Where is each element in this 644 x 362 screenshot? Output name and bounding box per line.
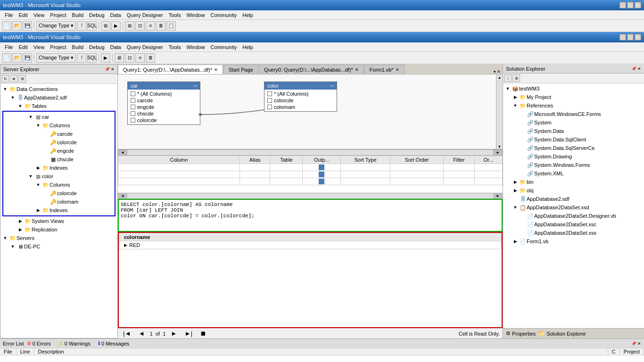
tree-ref-system-drawing[interactable]: 🔗 System.Drawing xyxy=(504,152,643,161)
servers-toggle[interactable]: ▼ xyxy=(1,234,9,242)
grid-r3-output-check[interactable] xyxy=(319,179,324,184)
color-row-all[interactable]: * (All Columns) xyxy=(264,90,337,97)
color-cb-all[interactable] xyxy=(267,91,272,96)
tree-carcde[interactable]: 🔑 carcde xyxy=(4,130,114,138)
menu-help[interactable]: Help xyxy=(239,11,256,19)
tree-ref-system-data-sql[interactable]: 🔗 System.Data.SqlClient xyxy=(504,135,643,144)
restore-btn[interactable]: □ xyxy=(627,2,634,8)
tree-appdb2[interactable]: ▼ 🗄 AppDatabase2.sdf xyxy=(1,93,116,102)
inner-menu-build[interactable]: Build xyxy=(69,43,86,51)
se-tb-connect[interactable]: ⊕ xyxy=(10,75,17,82)
menu-debug[interactable]: Debug xyxy=(86,11,107,19)
tree-servers[interactable]: ▼ 📁 Servers xyxy=(1,234,116,242)
properties-tab[interactable]: ⚙ Properties xyxy=(506,330,536,337)
color-row-colornam[interactable]: colornam xyxy=(264,104,337,110)
grid-r3-output[interactable] xyxy=(303,178,341,185)
inner-menu-tools[interactable]: Tools xyxy=(166,43,184,51)
se-tb-props[interactable]: ⚙ xyxy=(18,75,26,82)
car-row-engcde[interactable]: engcde xyxy=(128,104,200,110)
color-cb-colornam[interactable] xyxy=(267,105,272,109)
grid-r1-column-input[interactable] xyxy=(120,165,238,170)
inner-menu-data[interactable]: Data xyxy=(107,43,124,51)
grid-r2-filter[interactable] xyxy=(444,171,475,178)
change-type-btn[interactable]: Change Type ▾ xyxy=(36,21,76,31)
grid-r1-sort[interactable] xyxy=(341,164,390,171)
grid-r1-column[interactable] xyxy=(118,164,240,171)
grid-r3-sort[interactable] xyxy=(341,178,390,185)
menu-build[interactable]: Build xyxy=(69,11,86,19)
color-toggle[interactable]: ▼ xyxy=(27,173,34,180)
tree-sol-testwm3[interactable]: ▼ 📦 testWM3 xyxy=(504,84,643,93)
grid-r1-alias[interactable] xyxy=(239,164,270,171)
inner-tb-b2[interactable]: ⊡ xyxy=(125,53,134,63)
grid-r2-output-check[interactable] xyxy=(319,172,324,177)
inner-menu-help[interactable]: Help xyxy=(239,43,256,51)
error-tab-errors[interactable]: ⊘ 0 Errors xyxy=(24,340,54,347)
tables-toggle[interactable]: ▼ xyxy=(17,102,24,110)
tb-b4[interactable]: ≣ xyxy=(156,21,165,31)
color-idx-toggle[interactable]: ▶ xyxy=(34,206,42,214)
car-widget-header[interactable]: car ─ xyxy=(128,82,200,90)
car-row-carcde[interactable]: carcde xyxy=(128,97,200,104)
se-close-icon[interactable]: ✕ xyxy=(637,66,641,71)
inner-tb-exclaim[interactable]: ! xyxy=(77,53,86,63)
tab-start-page[interactable]: Start Page xyxy=(223,65,258,74)
menu-query-designer[interactable]: Query Designer xyxy=(124,11,166,19)
inner-tb-b4[interactable]: ≣ xyxy=(146,53,155,63)
tree-tables[interactable]: ▼ 📁 Tables xyxy=(1,102,116,110)
inner-tb-open[interactable]: 📂 xyxy=(12,53,22,63)
el-close-btn[interactable]: ✕ xyxy=(637,341,641,346)
tb-new[interactable]: 📄 xyxy=(2,21,11,31)
car-cb-chscde[interactable] xyxy=(131,111,135,116)
menu-window[interactable]: Window xyxy=(183,11,207,19)
car-row-all[interactable]: * (All Columns) xyxy=(128,90,200,97)
car-cb-all[interactable] xyxy=(131,91,135,96)
nav-stop-btn[interactable]: ⏹ xyxy=(198,329,208,337)
grid-r1-table[interactable] xyxy=(270,164,303,171)
car-cols-toggle[interactable]: ▼ xyxy=(34,122,42,129)
tb-b2[interactable]: ⊡ xyxy=(135,21,145,31)
refs-toggle[interactable]: ▼ xyxy=(512,102,519,109)
tree-colorcde[interactable]: 🔑 colorcde xyxy=(4,138,114,147)
car-cb-colorcde[interactable] xyxy=(131,118,135,123)
grid-r2-alias[interactable] xyxy=(239,171,270,178)
inner-tb-run[interactable]: ▶ xyxy=(101,53,110,63)
tree-colornam[interactable]: 🔑 colornam xyxy=(4,197,114,206)
grid-hscroll-right[interactable]: ► xyxy=(493,193,503,198)
grid-r2-output[interactable] xyxy=(303,171,341,178)
tree-dataset-xsc[interactable]: 📄 AppDatabase2DataSet.xsc xyxy=(504,220,643,229)
tree-system-views[interactable]: ▶ 📁 System Views xyxy=(1,217,116,225)
tree-replication[interactable]: ▶ 📁 Replication xyxy=(1,225,116,234)
depc-toggle[interactable]: ▼ xyxy=(9,243,17,250)
menu-community[interactable]: Community xyxy=(208,11,240,19)
inner-change-type-btn[interactable]: Change Type ▾ xyxy=(36,53,76,63)
tab-form1-close[interactable]: ✕ xyxy=(396,67,399,72)
tree-engcde[interactable]: 🔑 engcde xyxy=(4,147,114,155)
grid-r2-or[interactable] xyxy=(474,171,502,178)
tab-query0-close[interactable]: ✕ xyxy=(355,67,359,72)
el-pin-btn[interactable]: 📌 xyxy=(631,341,636,346)
error-tab-messages[interactable]: ℹ 0 Messages xyxy=(95,340,132,347)
tree-car[interactable]: ▼ ▦ car xyxy=(4,113,114,121)
mp-toggle[interactable]: ▶ xyxy=(512,93,519,101)
diagram-hscroll-right[interactable]: ► xyxy=(493,150,503,156)
nav-last-btn[interactable]: ►| xyxy=(182,329,195,337)
grid-r2-table[interactable] xyxy=(270,171,303,178)
diagram-hscroll[interactable]: ◄ ► xyxy=(118,150,503,156)
grid-r1-output[interactable] xyxy=(303,164,341,171)
error-tab-warnings[interactable]: ⚠ 0 Warnings xyxy=(56,340,93,347)
color-row-colorcde[interactable]: colorcde xyxy=(264,97,337,104)
tree-obj[interactable]: ▶ 📁 obj xyxy=(504,186,643,195)
nav-next-btn[interactable]: ► xyxy=(168,329,179,337)
menu-view[interactable]: View xyxy=(31,11,48,19)
car-widget-close[interactable]: ─ xyxy=(193,83,197,89)
inner-menu-debug[interactable]: Debug xyxy=(86,43,107,51)
sv-toggle[interactable]: ▶ xyxy=(17,217,24,225)
tree-references[interactable]: ▼ 📁 References xyxy=(504,101,643,110)
inner-tb-new[interactable]: 📄 xyxy=(2,53,11,63)
menu-project[interactable]: Project xyxy=(47,11,69,19)
grid-r2-sortorder[interactable] xyxy=(390,171,444,178)
tree-ref-system-data[interactable]: 🔗 System.Data xyxy=(504,127,643,135)
diagram-scroll-up[interactable]: ▲ xyxy=(497,74,503,81)
menu-file[interactable]: File xyxy=(2,11,16,19)
